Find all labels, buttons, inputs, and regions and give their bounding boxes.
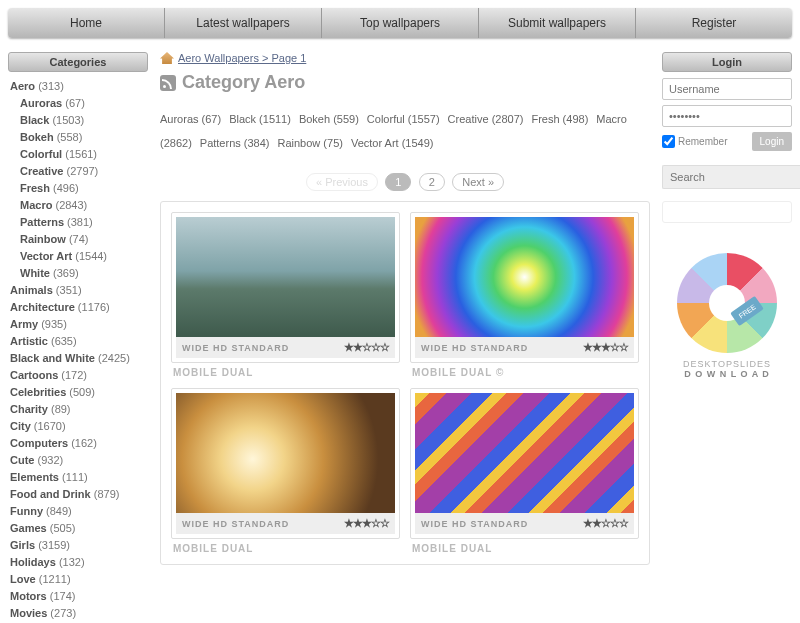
thumb-bar: WIDE HD STANDARD★★★☆☆ — [176, 513, 395, 534]
thumb-formats[interactable]: WIDE HD STANDARD — [182, 343, 289, 353]
home-icon[interactable] — [160, 52, 174, 64]
search-box — [662, 165, 792, 189]
thumb-formats[interactable]: WIDE HD STANDARD — [421, 343, 528, 353]
thumbnail-image[interactable] — [176, 393, 395, 513]
subcategory-link[interactable]: Creative (2807) — [448, 113, 524, 125]
category-item[interactable]: Animals (351) — [10, 282, 148, 299]
category-item[interactable]: Celebrities (509) — [10, 384, 148, 401]
nav-top[interactable]: Top wallpapers — [322, 8, 479, 38]
rss-icon[interactable] — [160, 75, 176, 91]
category-item[interactable]: Computers (162) — [10, 435, 148, 452]
thumb-caption[interactable]: MOBILE DUAL © — [410, 363, 639, 378]
category-item[interactable]: Black and White (2425) — [10, 350, 148, 367]
thumb-caption[interactable]: MOBILE DUAL — [171, 539, 400, 554]
category-item[interactable]: Army (935) — [10, 316, 148, 333]
nav-home[interactable]: Home — [8, 8, 165, 38]
thumb-caption[interactable]: MOBILE DUAL — [171, 363, 400, 378]
remember-label[interactable]: Remember — [662, 135, 727, 148]
pager-page-1[interactable]: 1 — [385, 173, 411, 191]
nav-register[interactable]: Register — [636, 8, 792, 38]
categories-title: Categories — [8, 52, 148, 72]
category-item[interactable]: Vector Art (1544) — [10, 248, 148, 265]
wallpaper-card[interactable]: WIDE HD STANDARD★★☆☆☆MOBILE DUAL — [171, 212, 400, 378]
rating-stars: ★★★☆☆ — [344, 517, 389, 530]
category-item[interactable]: Macro (2843) — [10, 197, 148, 214]
nav-submit[interactable]: Submit wallpapers — [479, 8, 636, 38]
category-item[interactable]: Colorful (1561) — [10, 146, 148, 163]
pager-prev: « Previous — [306, 173, 378, 191]
subcategory-link[interactable]: Vector Art (1549) — [351, 137, 434, 149]
category-item[interactable]: Creative (2797) — [10, 163, 148, 180]
wallpaper-grid: WIDE HD STANDARD★★☆☆☆MOBILE DUALWIDE HD … — [160, 201, 650, 565]
subcategory-link[interactable]: Patterns (384) — [200, 137, 270, 149]
subcategory-link[interactable]: Rainbow (75) — [278, 137, 343, 149]
search-input[interactable] — [662, 165, 800, 189]
category-item[interactable]: Rainbow (74) — [10, 231, 148, 248]
thumb-formats[interactable]: WIDE HD STANDARD — [421, 519, 528, 529]
category-item[interactable]: Patterns (381) — [10, 214, 148, 231]
wallpaper-card[interactable]: WIDE HD STANDARD★★★☆☆MOBILE DUAL © — [410, 212, 639, 378]
category-item[interactable]: Aero (313) — [10, 78, 148, 95]
category-item[interactable]: Funny (849) — [10, 503, 148, 520]
category-item[interactable]: Holidays (132) — [10, 554, 148, 571]
category-item[interactable]: Movies (273) — [10, 605, 148, 622]
promo-text: DESKTOPSLIDESD O W N L O A D — [662, 359, 792, 379]
category-item[interactable]: City (1670) — [10, 418, 148, 435]
promo-wheel[interactable]: FREE DESKTOPSLIDESD O W N L O A D — [662, 253, 792, 383]
category-item[interactable]: Food and Drink (879) — [10, 486, 148, 503]
subcategory-link[interactable]: Bokeh (559) — [299, 113, 359, 125]
rating-stars: ★★☆☆☆ — [344, 341, 389, 354]
pager-page-2[interactable]: 2 — [419, 173, 445, 191]
login-form: Remember Login — [662, 78, 792, 151]
thumb-frame: WIDE HD STANDARD★★☆☆☆ — [410, 388, 639, 539]
pagination: « Previous 1 2 Next » — [160, 173, 650, 191]
breadcrumb: Aero Wallpapers > Page 1 — [160, 52, 650, 64]
login-button[interactable]: Login — [752, 132, 792, 151]
category-item[interactable]: Artistic (635) — [10, 333, 148, 350]
thumb-formats[interactable]: WIDE HD STANDARD — [182, 519, 289, 529]
thumb-caption[interactable]: MOBILE DUAL — [410, 539, 639, 554]
thumb-frame: WIDE HD STANDARD★★★☆☆ — [410, 212, 639, 363]
subcategory-cloud: Auroras (67)Black (1511)Bokeh (559)Color… — [160, 107, 650, 155]
breadcrumb-link[interactable]: Aero Wallpapers > Page 1 — [178, 52, 306, 64]
categories-list: Aero (313)Auroras (67)Black (1503)Bokeh … — [8, 78, 148, 623]
category-item[interactable]: Auroras (67) — [10, 95, 148, 112]
page-title: Category Aero — [182, 72, 305, 93]
category-item[interactable]: Cartoons (172) — [10, 367, 148, 384]
thumbnail-image[interactable] — [415, 393, 634, 513]
rating-stars: ★★★☆☆ — [583, 341, 628, 354]
category-item[interactable]: Love (1211) — [10, 571, 148, 588]
category-item[interactable]: Games (505) — [10, 520, 148, 537]
subcategory-link[interactable]: Colorful (1557) — [367, 113, 440, 125]
remember-text: Remember — [678, 136, 727, 147]
thumbnail-image[interactable] — [176, 217, 395, 337]
thumb-frame: WIDE HD STANDARD★★★☆☆ — [171, 388, 400, 539]
wallpaper-card[interactable]: WIDE HD STANDARD★★★☆☆MOBILE DUAL — [171, 388, 400, 554]
wallpaper-card[interactable]: WIDE HD STANDARD★★☆☆☆MOBILE DUAL — [410, 388, 639, 554]
nav-latest[interactable]: Latest wallpapers — [165, 8, 322, 38]
login-title: Login — [662, 52, 792, 72]
category-item[interactable]: Black (1503) — [10, 112, 148, 129]
category-item[interactable]: Cute (932) — [10, 452, 148, 469]
subcategory-link[interactable]: Auroras (67) — [160, 113, 221, 125]
thumb-bar: WIDE HD STANDARD★★☆☆☆ — [176, 337, 395, 358]
category-item[interactable]: Elements (111) — [10, 469, 148, 486]
category-item[interactable]: Bokeh (558) — [10, 129, 148, 146]
category-item[interactable]: Fresh (496) — [10, 180, 148, 197]
category-item[interactable]: Motors (174) — [10, 588, 148, 605]
thumbnail-image[interactable] — [415, 217, 634, 337]
thumb-frame: WIDE HD STANDARD★★☆☆☆ — [171, 212, 400, 363]
color-wheel-icon — [677, 253, 777, 353]
thumb-bar: WIDE HD STANDARD★★★☆☆ — [415, 337, 634, 358]
subcategory-link[interactable]: Fresh (498) — [531, 113, 588, 125]
category-item[interactable]: White (369) — [10, 265, 148, 282]
pager-next[interactable]: Next » — [452, 173, 504, 191]
category-item[interactable]: Charity (89) — [10, 401, 148, 418]
category-item[interactable]: Architecture (1176) — [10, 299, 148, 316]
category-item[interactable]: Girls (3159) — [10, 537, 148, 554]
password-field[interactable] — [662, 105, 792, 127]
top-nav: Home Latest wallpapers Top wallpapers Su… — [8, 8, 792, 38]
subcategory-link[interactable]: Black (1511) — [229, 113, 291, 125]
remember-checkbox[interactable] — [662, 135, 675, 148]
username-field[interactable] — [662, 78, 792, 100]
